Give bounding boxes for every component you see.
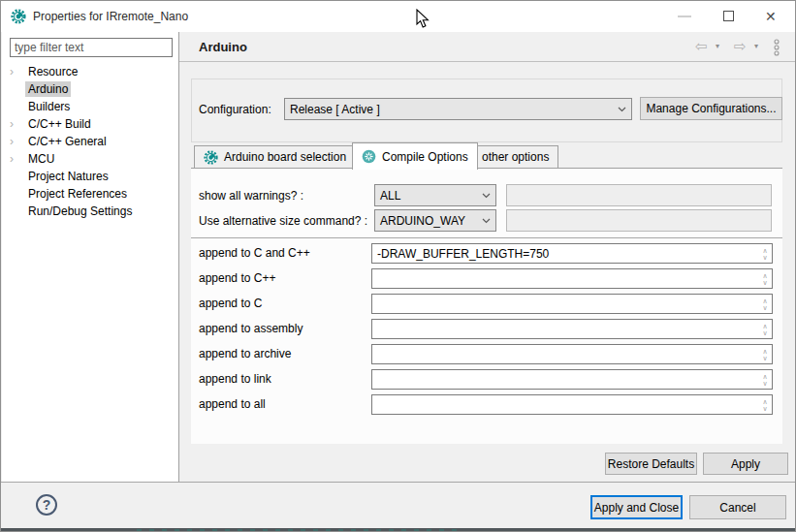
configuration-value: Release [ Active ] (290, 103, 380, 116)
options-separator (191, 237, 782, 238)
sloeber-gear-icon (11, 9, 26, 24)
sidebar-item-arduino[interactable]: Arduino (2, 80, 178, 98)
restore-defaults-button[interactable]: Restore Defaults (605, 453, 697, 475)
append-c-cpp-label: append to C and C++ (199, 246, 310, 260)
manage-configurations-button[interactable]: Manage Configurations... (640, 97, 782, 120)
tab-label: other options (482, 150, 549, 164)
append-cpp-input[interactable] (371, 268, 773, 289)
back-dropdown-caret-icon[interactable]: ▾ (716, 42, 719, 50)
chevron-right-icon[interactable]: › (10, 133, 21, 150)
warnings-extra-field (506, 184, 772, 206)
append-all-input[interactable] (371, 394, 773, 415)
sidebar-item-cpp-build[interactable]: › C/C++ Build (2, 115, 178, 133)
spinner-icon[interactable]: ∧∨ (759, 346, 771, 362)
append-assembly-label: append to assembly (199, 322, 302, 335)
filter-input[interactable] (10, 38, 173, 57)
warnings-value: ALL (380, 189, 400, 203)
append-link-input[interactable] (371, 369, 773, 390)
spinner-icon[interactable]: ∧∨ (759, 270, 771, 287)
cancel-button[interactable]: Cancel (689, 495, 786, 519)
append-assembly-field: ∧∨ (371, 319, 773, 339)
append-archive-input[interactable] (371, 344, 773, 364)
append-archive-field: ∧∨ (371, 344, 773, 364)
title-bar: Properties for IRremote_Nano ✕ (1, 1, 795, 32)
append-all-field: ∧∨ (371, 394, 773, 415)
chevron-down-icon (482, 193, 491, 199)
minimize-button (678, 16, 691, 17)
apply-button[interactable]: Apply (703, 453, 788, 475)
append-archive-label: append to archive (199, 347, 291, 360)
append-cpp-label: append to C++ (199, 271, 275, 285)
bottom-bar: ? Apply and Close Cancel (1, 483, 796, 528)
size-command-select[interactable]: ARDUINO_WAY (374, 209, 496, 232)
size-command-value: ARDUINO_WAY (380, 214, 465, 228)
sidebar-divider (178, 32, 179, 482)
append-all-label: append to all (199, 397, 266, 411)
sidebar-item-project-natures[interactable]: Project Natures (2, 168, 178, 185)
forward-arrow-icon[interactable]: ⇨ (734, 38, 747, 55)
configuration-label: Configuration: (199, 103, 271, 116)
window-bottom-edge (1, 528, 796, 532)
view-menu-icon[interactable] (773, 39, 780, 56)
append-link-field: ∧∨ (371, 369, 773, 390)
sidebar-item-project-references[interactable]: Project References (2, 185, 178, 203)
chevron-right-icon[interactable]: › (10, 150, 21, 168)
page-title: Arduino (199, 40, 247, 54)
append-c-label: append to C (199, 297, 262, 310)
spinner-icon[interactable]: ∧∨ (759, 396, 771, 413)
spinner-icon[interactable]: ∧∨ (759, 371, 771, 388)
warnings-select[interactable]: ALL (374, 184, 496, 206)
sidebar-item-cpp-general[interactable]: › C/C++ General (2, 133, 178, 150)
append-c-field: ∧∨ (371, 294, 773, 314)
apply-and-close-button[interactable]: Apply and Close (590, 495, 683, 519)
sidebar-item-resource[interactable]: › Resource (2, 63, 178, 80)
tab-other-options[interactable]: other options (472, 145, 558, 169)
append-c-cpp-input[interactable] (371, 243, 773, 264)
chevron-right-icon[interactable]: › (10, 115, 21, 133)
tab-compile-options[interactable]: Compile Options (352, 142, 478, 170)
append-c-input[interactable] (371, 294, 773, 314)
maximize-button[interactable] (723, 11, 734, 21)
tab-label: Arduino board selection (224, 150, 346, 164)
warnings-label: show all warnings? : (199, 189, 303, 203)
sidebar-item-run-debug-settings[interactable]: Run/Debug Settings (2, 203, 178, 220)
configuration-select[interactable]: Release [ Active ] (284, 98, 632, 120)
mouse-cursor (416, 9, 430, 29)
sidebar-item-builders[interactable]: Builders (2, 98, 178, 115)
size-command-extra-field (506, 209, 772, 232)
append-link-label: append to link (199, 372, 271, 386)
spinner-icon[interactable]: ∧∨ (759, 296, 771, 312)
spinner-icon[interactable]: ∧∨ (759, 321, 771, 337)
properties-tree: › Resource Arduino Builders › C/C++ Buil… (2, 63, 178, 220)
close-button[interactable]: ✕ (765, 8, 777, 25)
properties-dialog: Properties for IRremote_Nano ✕ › Resourc… (0, 0, 796, 532)
spinner-icon[interactable]: ∧∨ (759, 245, 771, 262)
chevron-down-icon (482, 218, 491, 224)
append-cpp-field: ∧∨ (371, 268, 773, 289)
window-title: Properties for IRremote_Nano (33, 10, 188, 23)
chevron-down-icon (618, 107, 626, 112)
gear-disc-icon (362, 149, 376, 164)
tab-arduino-board-selection[interactable]: Arduino board selection (194, 145, 356, 169)
sidebar: › Resource Arduino Builders › C/C++ Buil… (2, 32, 178, 482)
page-header: Arduino ⇦ ▾ ⇨ ▾ (179, 32, 796, 62)
sidebar-item-mcu[interactable]: › MCU (2, 150, 178, 168)
forward-dropdown-caret-icon[interactable]: ▾ (754, 42, 758, 50)
back-arrow-icon[interactable]: ⇦ (695, 38, 708, 55)
sloeber-gear-icon (204, 150, 218, 165)
tab-label: Compile Options (382, 150, 468, 164)
size-command-label: Use alternative size command? : (199, 214, 367, 228)
help-icon[interactable]: ? (36, 494, 57, 516)
chevron-right-icon[interactable]: › (10, 63, 21, 80)
append-c-cpp-field: ∧∨ (371, 243, 773, 264)
append-assembly-input[interactable] (371, 319, 773, 339)
